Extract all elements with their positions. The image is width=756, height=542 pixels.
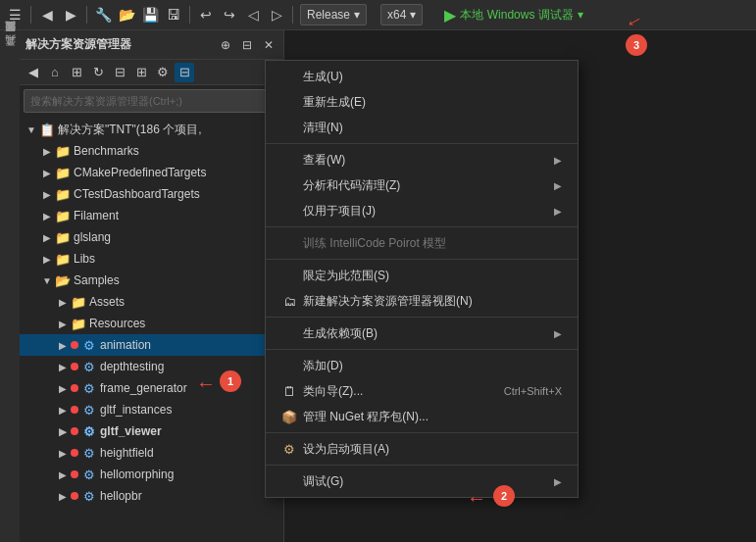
- back-icon[interactable]: ◀: [36, 4, 58, 25]
- toolbar-expand-icon[interactable]: ⊞: [131, 63, 151, 82]
- view-label: 查看(W): [303, 152, 345, 169]
- tools-icon[interactable]: 🔧: [92, 4, 114, 25]
- menu-item-rebuild[interactable]: 重新生成(E): [266, 89, 578, 115]
- folder-ctest-icon: 📁: [55, 186, 71, 202]
- sep4: [292, 6, 293, 24]
- tree-item-samples[interactable]: ▼ 📂 Samples: [20, 270, 283, 291]
- tree-item-resources[interactable]: ▶ 📁 Resources: [20, 313, 283, 334]
- toolbar-home-icon[interactable]: ⌂: [45, 63, 65, 82]
- build-deps-icon: [281, 325, 297, 341]
- tree-item-glslang[interactable]: ▶ 📁 glslang: [20, 226, 283, 248]
- tab-team-explorer[interactable]: 团队资源管理器: [1, 34, 20, 46]
- dock-icon[interactable]: ⊟: [238, 36, 256, 54]
- panel-header: 解决方案资源管理器 ⊕ ⊟ ✕: [20, 30, 283, 60]
- menu-item-set-startup[interactable]: ⚙ 设为启动项目(A): [266, 436, 578, 462]
- view-arrow: ▶: [554, 155, 562, 166]
- toolbar-settings-icon[interactable]: ⚙: [153, 63, 173, 82]
- tree-item-solution[interactable]: ▼ 📋 解决方案"TNT"(186 个项目,: [20, 119, 283, 140]
- tree-item-ctest[interactable]: ▶ 📁 CTestDashboardTargets: [20, 183, 283, 205]
- save-all-icon[interactable]: 🖫: [163, 4, 184, 25]
- tree-item-animation[interactable]: ▶ ⚙ animation: [20, 334, 283, 356]
- red-dot-frame-generator: [71, 384, 78, 392]
- clean-label: 清理(N): [303, 120, 343, 136]
- tree-item-depthtesting[interactable]: ▶ ⚙ depthtesting: [20, 356, 283, 377]
- tree-item-filament[interactable]: ▶ 📁 Filament: [20, 205, 283, 226]
- tree-item-cmake[interactable]: ▶ 📁 CMakePredefinedTargets: [20, 162, 283, 183]
- tree-item-gltf-instances[interactable]: ▶ ⚙ gltf_instances: [20, 399, 283, 420]
- tree-item-heightfield[interactable]: ▶ ⚙ heightfield: [20, 442, 283, 464]
- menu-item-view[interactable]: 查看(W) ▶: [266, 147, 578, 172]
- project-heightfield-icon: ⚙: [81, 445, 97, 461]
- chevron-animation: ▶: [55, 337, 71, 353]
- config-label: Release: [307, 8, 350, 22]
- toolbar-back-icon[interactable]: ◀: [24, 63, 43, 82]
- menu-item-clean[interactable]: 清理(N): [266, 115, 578, 140]
- tab-toolbox[interactable]: 工具箱: [1, 48, 20, 60]
- tree-container[interactable]: ▼ 📋 解决方案"TNT"(186 个项目, ▶ 📁 Benchmarks ▶ …: [20, 117, 283, 542]
- menu-item-debug[interactable]: 调试(G) ▶: [266, 468, 578, 494]
- toolbar-sync-icon[interactable]: ⊞: [67, 63, 86, 82]
- nav-prev-icon[interactable]: ◁: [242, 4, 264, 25]
- project-gltf-instances-icon: ⚙: [81, 402, 97, 418]
- save-icon[interactable]: 💾: [139, 4, 161, 25]
- annotation-arrow-1: ←: [196, 372, 216, 395]
- folder-resources-icon: 📁: [71, 316, 86, 331]
- tree-item-gltf-viewer[interactable]: ▶ ⚙ gltf_viewer: [20, 420, 283, 442]
- benchmarks-label: Benchmarks: [74, 144, 139, 158]
- panel-title: 解决方案资源管理器: [25, 36, 213, 53]
- arch-dropdown[interactable]: x64 ▾: [380, 4, 423, 25]
- config-dropdown[interactable]: Release ▾: [300, 4, 367, 25]
- menu-item-nuget[interactable]: 📦 管理 NuGet 程序包(N)...: [266, 404, 578, 429]
- filament-label: Filament: [74, 209, 119, 222]
- tree-item-libs[interactable]: ▶ 📁 Libs: [20, 248, 283, 270]
- menu-item-build[interactable]: 生成(U): [266, 64, 578, 89]
- new-view-icon: 🗂: [281, 293, 297, 309]
- project-hellopbr-icon: ⚙: [81, 488, 97, 504]
- menu-icon[interactable]: ☰: [4, 4, 25, 25]
- toolbar-active-icon[interactable]: ⊟: [175, 63, 194, 82]
- tree-item-hellopbr[interactable]: ▶ ⚙ hellopbr: [20, 485, 283, 507]
- close-icon[interactable]: ✕: [260, 36, 277, 54]
- menu-item-project-only[interactable]: 仅用于项目(J) ▶: [266, 198, 578, 223]
- annotation-arrow-2: ←: [467, 487, 486, 510]
- sep3: [189, 6, 190, 24]
- chevron-hellomorphing: ▶: [55, 467, 71, 482]
- train-ic-label: 训练 IntelliCode Poirot 模型: [303, 235, 446, 252]
- rebuild-label: 重新生成(E): [303, 94, 366, 111]
- chevron-gltf-instances: ▶: [55, 402, 71, 418]
- menu-item-class-wizard[interactable]: 🗒 类向导(Z)... Ctrl+Shift+X: [266, 378, 578, 404]
- sep2: [86, 6, 87, 24]
- menu-item-build-deps[interactable]: 生成依赖项(B) ▶: [266, 320, 578, 346]
- debug-icon: [281, 473, 297, 489]
- toolbar-collapse-icon[interactable]: ⊟: [110, 63, 129, 82]
- add-label: 添加(D): [303, 358, 343, 374]
- badge-3: 3: [626, 34, 647, 56]
- forward-icon[interactable]: ▶: [60, 4, 81, 25]
- redo-icon[interactable]: ↪: [219, 4, 240, 25]
- run-button[interactable]: ▶ 本地 Windows 调试器 ▾: [438, 4, 588, 25]
- sep2: [266, 226, 578, 227]
- tree-item-frame-generator[interactable]: ▶ ⚙ frame_generator: [20, 377, 283, 399]
- tree-item-hellomorphing[interactable]: ▶ ⚙ hellomorphing: [20, 464, 283, 485]
- menu-item-new-view[interactable]: 🗂 新建解决方案资源管理器视图(N): [266, 288, 578, 314]
- tree-item-benchmarks[interactable]: ▶ 📁 Benchmarks: [20, 140, 283, 162]
- menu-item-scope[interactable]: 限定为此范围(S): [266, 263, 578, 288]
- sep5: [266, 349, 578, 350]
- resources-label: Resources: [89, 317, 145, 330]
- red-dot-hellomorphing: [71, 470, 78, 478]
- chevron-glslang: ▶: [39, 229, 55, 245]
- toolbar-refresh-icon[interactable]: ↻: [88, 63, 108, 82]
- project-depthtesting-icon: ⚙: [81, 359, 97, 374]
- red-dot-gltf-instances: [71, 406, 78, 414]
- undo-icon[interactable]: ↩: [195, 4, 217, 25]
- open-icon[interactable]: 📂: [116, 4, 137, 25]
- chevron-heightfield: ▶: [55, 445, 71, 461]
- pin-icon[interactable]: ⊕: [217, 36, 234, 54]
- tree-item-assets[interactable]: ▶ 📁 Assets: [20, 291, 283, 313]
- badge-3-label: 3: [633, 39, 639, 51]
- nav-next-icon[interactable]: ▷: [266, 4, 287, 25]
- menu-item-analyze[interactable]: 分析和代码清理(Z) ▶: [266, 172, 578, 198]
- menu-item-add[interactable]: 添加(D): [266, 353, 578, 378]
- arch-label: x64: [387, 8, 406, 22]
- sep6: [266, 432, 578, 433]
